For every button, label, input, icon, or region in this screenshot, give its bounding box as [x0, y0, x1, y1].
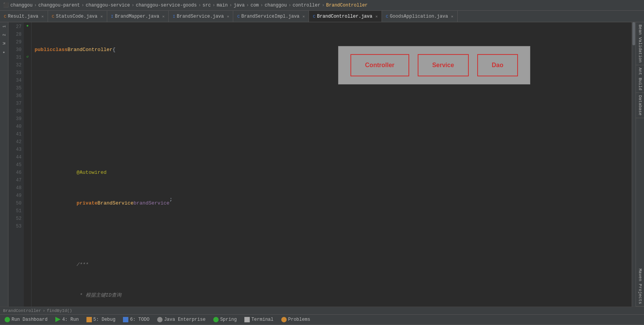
tab-brandmapper-java[interactable]: I BrandMapper.java ✕	[107, 11, 169, 22]
breadcrumb-sep: ›	[34, 3, 37, 8]
terminal-button[interactable]: Terminal	[243, 316, 275, 323]
todo-icon	[123, 317, 128, 322]
breadcrumb-sep: ›	[322, 3, 325, 8]
sidebar-ant-build[interactable]: Ant Build	[636, 65, 644, 93]
sidebar-maven-projects[interactable]: Maven Projects	[636, 266, 644, 307]
breadcrumb-sep: ›	[261, 3, 263, 8]
breadcrumb-sep: ›	[246, 3, 249, 8]
code-line-28	[35, 77, 632, 84]
todo-label: 6: TODO	[130, 317, 149, 322]
breadcrumb-item[interactable]: src	[202, 3, 211, 8]
todo-button[interactable]: 6: TODO	[121, 316, 151, 323]
breadcrumb-bottom: BrandController › findById()	[0, 307, 644, 314]
left-sidebar: 1 2 W ★	[0, 22, 8, 307]
run-dashboard-button[interactable]: Run Dashboard	[3, 316, 49, 323]
tab-brandserviceimpl-java[interactable]: C BrandServiceImpl.java ✕	[233, 11, 309, 22]
tab-statuscode-java[interactable]: C StatusCode.java ✕	[48, 11, 107, 22]
code-container[interactable]: 27282930 31323334 35363738 39404142 4344…	[8, 22, 636, 307]
code-line-34: * 根据主键ID查询	[35, 292, 632, 299]
breadcrumb-item[interactable]: com	[251, 3, 259, 8]
project-icon: ⬛	[3, 2, 9, 8]
debug-button[interactable]: 5: Debug	[85, 316, 117, 323]
right-sidebar: Bean Validation Ant Build Database Maven…	[636, 22, 644, 307]
tab-bar: C Result.java ✕ C StatusCode.java ✕ I Br…	[0, 11, 644, 22]
problems-label: Problems	[288, 317, 310, 322]
scroll-thumb[interactable]	[632, 22, 635, 45]
breadcrumb-sep: ›	[131, 3, 134, 8]
bottom-toolbar: Run Dashboard 4: Run 5: Debug 6: TODO Ja…	[0, 314, 644, 324]
code-line-31: @Autowired	[35, 169, 632, 177]
run-label: 4: Run	[62, 317, 79, 322]
breadcrumb-item[interactable]: changgou-service	[86, 3, 130, 8]
terminal-icon	[244, 317, 250, 322]
sidebar-database[interactable]: Database	[636, 93, 644, 118]
tab-close-icon[interactable]: ✕	[162, 14, 164, 19]
sidebar-project[interactable]: 1	[0, 24, 8, 29]
breadcrumb-item[interactable]: main	[217, 3, 228, 8]
tab-brandservice-java[interactable]: I BrandService.java ✕	[169, 11, 233, 22]
code-content[interactable]: public class BrandController { @Autowire…	[32, 22, 632, 307]
breadcrumb-item[interactable]: changgou	[10, 3, 33, 8]
tab-brandcontroller-java[interactable]: C BrandController.java ✕	[309, 11, 382, 22]
spring-icon	[213, 317, 219, 322]
service-button[interactable]: Service	[418, 54, 469, 76]
tab-close-icon[interactable]: ✕	[227, 14, 229, 19]
breadcrumb-item[interactable]: changgou-service-goods	[136, 3, 196, 8]
breadcrumb-item-class[interactable]: BrandController	[326, 3, 368, 8]
java-enterprise-button[interactable]: Java Enterprise	[156, 316, 207, 323]
debug-icon	[86, 317, 92, 322]
scroll-indicator[interactable]	[632, 22, 636, 307]
tab-result-java[interactable]: C Result.java ✕	[0, 11, 48, 22]
gutter: ● ↺	[24, 22, 32, 307]
controller-button[interactable]: Controller	[350, 54, 409, 76]
breadcrumb-sep: ›	[81, 3, 84, 8]
run-icon	[55, 317, 61, 322]
debug-label: 5: Debug	[93, 317, 116, 322]
code-line-27: public class BrandController {	[35, 46, 632, 54]
popup-overlay: Controller Service Dao	[338, 46, 530, 84]
sidebar-favorites[interactable]: ★	[0, 49, 8, 56]
breadcrumb-bottom-method[interactable]: findById()	[47, 309, 72, 313]
tab-close-icon[interactable]: ✕	[302, 14, 305, 19]
breadcrumb-item[interactable]: java	[234, 3, 245, 8]
tab-close-icon[interactable]: ✕	[101, 14, 103, 19]
breadcrumb-sep: ›	[288, 3, 291, 8]
run-button[interactable]: 4: Run	[54, 316, 80, 323]
breadcrumb-sep: ›	[229, 3, 232, 8]
line-numbers: 27282930 31323334 35363738 39404142 4344…	[8, 22, 24, 307]
sidebar-web[interactable]: W	[0, 41, 8, 46]
tab-close-icon[interactable]: ✕	[41, 14, 44, 19]
breadcrumb-item[interactable]: changgou-parent	[38, 3, 80, 8]
breadcrumb-bottom-class[interactable]: BrandController	[3, 309, 41, 313]
main-layout: 1 2 W ★ 27282930 31323334 35363738 39404…	[0, 22, 644, 307]
code-line-33: /***	[35, 261, 632, 269]
sidebar-bean-validation[interactable]: Bean Validation	[636, 22, 644, 65]
code-line-31b: private BrandService brandService;	[35, 200, 632, 207]
breadcrumb-item[interactable]: changgou	[265, 3, 287, 8]
run-dashboard-label: Run Dashboard	[12, 317, 48, 322]
tab-close-icon[interactable]: ✕	[375, 14, 378, 19]
spring-label: Spring	[220, 317, 237, 322]
code-line-32	[35, 230, 632, 238]
breadcrumb-bar: ⬛ changgou › changgou-parent › changgou-…	[0, 0, 644, 11]
editor-area: 27282930 31323334 35363738 39404142 4344…	[8, 22, 636, 307]
breadcrumb-sep: ›	[198, 3, 201, 8]
code-line-30	[35, 138, 632, 146]
breadcrumb-item[interactable]: controller	[293, 3, 320, 8]
problems-icon	[281, 317, 287, 322]
code-line-29	[35, 107, 632, 115]
run-dashboard-icon	[5, 317, 10, 322]
terminal-label: Terminal	[251, 317, 274, 322]
breadcrumb-sep: ›	[212, 3, 215, 8]
dao-button[interactable]: Dao	[477, 54, 518, 76]
sidebar-structure[interactable]: 2	[0, 32, 8, 38]
tab-goodsapplication-java[interactable]: C GoodsApplication.java ✕	[382, 11, 458, 22]
spring-button[interactable]: Spring	[212, 316, 238, 323]
java-enterprise-label: Java Enterprise	[164, 317, 206, 322]
tab-close-icon[interactable]: ✕	[451, 14, 453, 19]
problems-button[interactable]: Problems	[280, 316, 312, 323]
java-enterprise-icon	[157, 317, 163, 322]
